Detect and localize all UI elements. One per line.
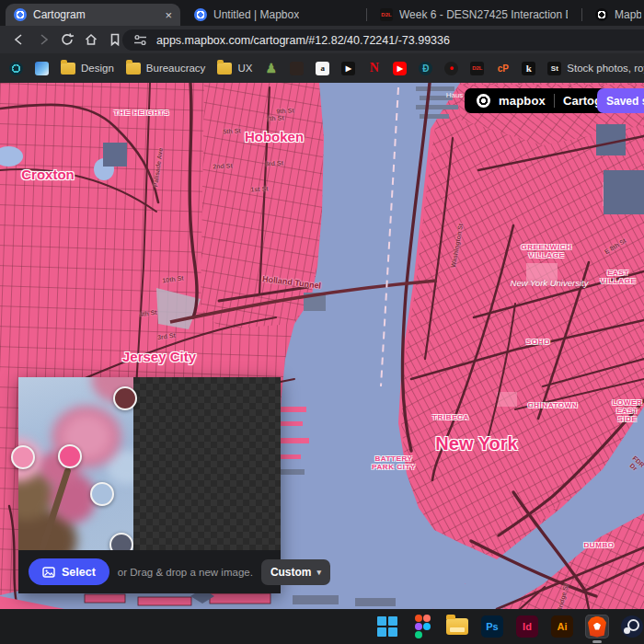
color-swatch-light-pink[interactable] <box>11 445 35 469</box>
indesign-icon[interactable]: Id <box>515 615 539 638</box>
kickstarter-icon: k <box>522 62 535 75</box>
back-button[interactable] <box>7 28 31 52</box>
saved-styles-button[interactable]: Saved sty <box>597 88 644 113</box>
windows-start-button[interactable] <box>375 615 399 638</box>
blue-app-icon <box>35 62 49 75</box>
transparency-checkerboard <box>133 377 281 550</box>
bookmark-item[interactable]: Ð <box>419 62 432 75</box>
taskbar-icons: Ps Id Ai <box>375 615 644 638</box>
mapbox-brand: mapbox <box>499 94 546 108</box>
mapbox-favicon <box>14 8 27 21</box>
red-dot-icon: • <box>444 62 458 75</box>
tab-title: Untitled | Mapbox <box>213 8 299 21</box>
home-button[interactable] <box>79 28 103 52</box>
bookmark-item[interactable] <box>9 62 23 75</box>
color-swatch-sky-blue[interactable] <box>90 482 114 506</box>
steam-icon[interactable] <box>620 615 644 638</box>
select-image-button[interactable]: Select <box>29 558 109 585</box>
stock-icon: St <box>547 62 561 75</box>
image-color-panel: Select or Drag & drop a new image. Custo… <box>18 377 281 593</box>
bookmark-item[interactable]: ▶ <box>393 62 407 75</box>
forward-button[interactable] <box>31 28 55 52</box>
tab-separator <box>366 8 367 21</box>
browser-toolbar: apps.mapbox.com/cartogram/#12.82/40.7224… <box>0 26 644 53</box>
folder-icon <box>61 63 75 75</box>
tab-close-icon[interactable]: × <box>165 9 172 21</box>
illustrator-icon[interactable]: Ai <box>550 615 574 638</box>
color-swatch-maroon[interactable] <box>113 386 137 410</box>
building-block <box>103 143 127 167</box>
screen: Cartogram × Untitled | Mapbox D2L Week 6… <box>0 0 644 644</box>
chevron-down-icon: ▾ <box>317 568 322 577</box>
bookmark-folder-bureaucracy[interactable]: Bureaucracy <box>126 63 206 75</box>
reload-button[interactable] <box>55 28 79 52</box>
url-text: apps.mapbox.com/cartogram/#12.82/40.7224… <box>156 34 450 47</box>
bookmark-item[interactable]: ♟ <box>264 62 278 75</box>
bookmark-item[interactable]: N <box>367 62 381 75</box>
bookmark-item[interactable]: a <box>316 62 329 75</box>
file-explorer-icon[interactable] <box>445 615 469 638</box>
bookmark-stock-photos[interactable]: StStock photos, royalt... <box>547 62 644 75</box>
amazon-icon: a <box>316 62 329 75</box>
bookmark-item[interactable] <box>35 62 49 75</box>
building-block <box>604 170 644 214</box>
tab-title: Cartogram <box>33 8 86 21</box>
panel-action-bar: Select or Drag & drop a new image. Custo… <box>18 550 281 593</box>
tab-title: Week 6 - DESN27425 Interaction Des <box>399 8 568 21</box>
park-block <box>526 263 558 285</box>
address-bar[interactable]: apps.mapbox.com/cartogram/#12.82/40.7224… <box>122 29 644 51</box>
folder-icon <box>217 63 232 75</box>
bookmark-item[interactable] <box>290 62 304 75</box>
youtube-icon: ▶ <box>393 62 407 75</box>
tab-cartogram[interactable]: Cartogram × <box>6 4 180 26</box>
bookmark-item[interactable]: cP <box>496 62 510 75</box>
mapbox-logo-icon <box>477 94 490 108</box>
brave-browser-icon[interactable] <box>585 615 609 638</box>
header-divider <box>554 94 555 108</box>
image-icon <box>42 567 55 578</box>
site-settings-icon[interactable] <box>133 33 147 47</box>
tab-untitled-mapbox[interactable]: Untitled | Mapbox <box>186 4 361 26</box>
tab-separator <box>581 8 582 21</box>
teal-logo-icon <box>9 62 23 75</box>
figma-icon[interactable] <box>410 615 434 638</box>
park-block <box>497 392 517 407</box>
bookmark-item[interactable]: ▶ <box>341 62 355 75</box>
arcade-icon <box>290 62 304 75</box>
d2l-favicon: D2L <box>380 8 393 21</box>
photoshop-icon[interactable]: Ps <box>480 615 504 638</box>
d2l-icon: D2L <box>470 62 484 75</box>
chess-pawn-icon: ♟ <box>264 62 278 75</box>
bookmark-folder-ux[interactable]: UX <box>217 63 252 75</box>
drag-drop-text: or Drag & drop a new image. <box>118 567 253 578</box>
bookmark-item[interactable]: k <box>522 62 535 75</box>
windows-taskbar: Ps Id Ai <box>0 609 644 644</box>
bookmark-item[interactable]: D2L <box>470 62 484 75</box>
play-icon: ▶ <box>341 62 355 75</box>
netflix-icon: N <box>367 62 381 75</box>
mapbox-dark-favicon <box>595 8 608 21</box>
teal-d-icon: Ð <box>419 62 432 75</box>
tab-mapbox-docs[interactable]: Mapbox Docs <box>587 4 644 26</box>
hoboken-area <box>201 83 324 329</box>
cpanel-icon: cP <box>496 62 510 75</box>
bookmark-folder-design[interactable]: Design <box>61 63 114 75</box>
mapbox-favicon <box>194 8 207 21</box>
custom-dropdown[interactable]: Custom ▾ <box>261 559 330 585</box>
bookmark-item[interactable]: • <box>444 62 458 75</box>
browser-tab-strip: Cartogram × Untitled | Mapbox D2L Week 6… <box>0 0 644 26</box>
tab-title: Mapbox Docs <box>615 8 641 21</box>
bookmarks-bar: Design Bureaucracy UX ♟ a ▶ N ▶ Ð • D2L … <box>0 53 644 83</box>
folder-icon <box>126 63 141 75</box>
tab-week6-d2l[interactable]: D2L Week 6 - DESN27425 Interaction Des <box>372 4 576 26</box>
panel-media <box>18 377 281 550</box>
color-swatch-pink[interactable] <box>58 444 82 468</box>
